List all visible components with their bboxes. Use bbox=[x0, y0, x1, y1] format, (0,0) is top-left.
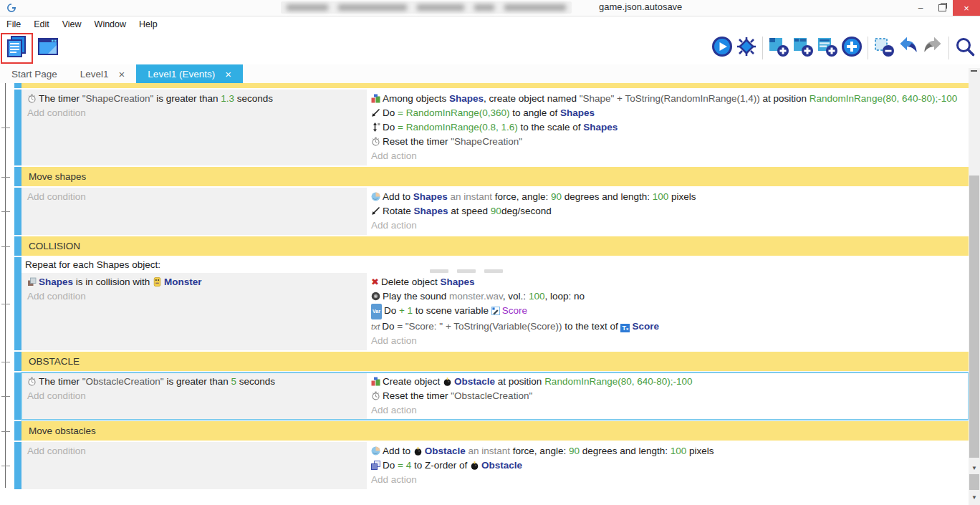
event-handle[interactable] bbox=[14, 83, 21, 88]
comment-row[interactable]: COLLISION bbox=[21, 236, 969, 256]
rotate-icon bbox=[371, 206, 380, 216]
undo-icon bbox=[898, 36, 919, 60]
event-handle[interactable] bbox=[14, 90, 21, 165]
menu-item-edit[interactable]: Edit bbox=[27, 19, 56, 29]
add-subevent-button[interactable] bbox=[791, 34, 815, 62]
comment-row[interactable]: Move shapes bbox=[21, 167, 969, 186]
scroll-up-icon[interactable] bbox=[971, 70, 977, 72]
remove-event-button[interactable] bbox=[872, 34, 896, 62]
tab-level1-events-[interactable]: Level1 (Events)× bbox=[136, 64, 243, 83]
add-action[interactable]: Add action bbox=[367, 334, 969, 348]
add-condition[interactable]: Add condition bbox=[21, 289, 367, 304]
scrollbar-thumb[interactable] bbox=[969, 175, 979, 458]
action-row[interactable]: VarDo + 1 to scene variable Score bbox=[367, 304, 969, 319]
segment: , vol.: bbox=[503, 291, 529, 302]
open-scene-editor-button[interactable] bbox=[36, 34, 60, 62]
add-condition[interactable]: Add condition bbox=[21, 389, 367, 403]
add-comment-button[interactable] bbox=[815, 34, 840, 62]
condition-row[interactable]: Shapes is in collision with Monster bbox=[21, 275, 367, 289]
action-row[interactable]: Add to Shapes an instant force, angle: 9… bbox=[367, 190, 969, 204]
debugger-button[interactable] bbox=[734, 34, 759, 62]
actions-column: Add to Shapes an instant force, angle: 9… bbox=[367, 188, 969, 235]
action-row[interactable]: Rotate Shapes at speed 90deg/second bbox=[367, 204, 969, 218]
segment: monster.wav bbox=[449, 291, 503, 302]
segment: + 1 bbox=[399, 305, 413, 316]
segment: 90 bbox=[569, 446, 580, 456]
action-row[interactable]: Do = RandomInRange(0.8, 1.6) to the scal… bbox=[367, 120, 969, 135]
force-icon bbox=[371, 192, 380, 201]
restore-button[interactable] bbox=[931, 0, 953, 16]
play-button[interactable] bbox=[710, 34, 734, 62]
obstacle-object-icon bbox=[413, 446, 423, 456]
event-handle[interactable] bbox=[14, 236, 21, 256]
condition-row[interactable]: The timer "ShapeCreation" is greater tha… bbox=[21, 92, 367, 106]
event-handle[interactable] bbox=[14, 188, 21, 235]
scrollbar-thumb-small[interactable] bbox=[969, 474, 979, 490]
action-row[interactable]: Reset the timer "ObstacleCreation" bbox=[367, 389, 969, 403]
add-action[interactable]: Add action bbox=[367, 218, 969, 233]
event-handle[interactable] bbox=[14, 167, 21, 186]
add-condition[interactable]: Add condition bbox=[21, 190, 367, 204]
tab-close-icon[interactable]: × bbox=[119, 69, 125, 80]
action-row[interactable]: ✖Delete object Shapes bbox=[367, 275, 969, 289]
add-action[interactable]: Add action bbox=[367, 403, 969, 418]
redo-button[interactable] bbox=[921, 34, 945, 62]
close-button[interactable]: × bbox=[953, 0, 980, 16]
segment: Do bbox=[383, 460, 398, 471]
action-row[interactable]: Reset the timer "ShapeCreation" bbox=[367, 135, 969, 149]
segment: to the scale of bbox=[518, 122, 584, 133]
add-event-button[interactable] bbox=[767, 34, 791, 62]
action-row[interactable]: Create object Obstacle at position Rando… bbox=[367, 375, 969, 389]
segment: The timer bbox=[39, 93, 82, 104]
scroll-down-icon[interactable]: ▼ bbox=[969, 463, 980, 472]
add-action[interactable]: Add action bbox=[367, 473, 969, 487]
minimize-button[interactable]: – bbox=[910, 0, 931, 16]
undo-button[interactable] bbox=[896, 34, 921, 62]
scale-icon bbox=[371, 122, 380, 132]
condition-row[interactable]: The timer "ObstacleCreation" is greater … bbox=[21, 375, 367, 389]
vertical-scrollbar[interactable]: ▼ ▼ bbox=[969, 68, 980, 505]
segment: Shapes bbox=[449, 93, 484, 104]
tab-start-page[interactable]: Start Page bbox=[0, 64, 69, 83]
segment: is in collision with bbox=[73, 276, 153, 287]
tab-close-icon[interactable]: × bbox=[225, 69, 231, 80]
menu-item-window[interactable]: Window bbox=[88, 19, 133, 29]
event-handle[interactable] bbox=[14, 352, 21, 371]
open-events-editor-button[interactable] bbox=[4, 34, 29, 62]
segment: to the text of bbox=[562, 321, 621, 332]
tab-level1[interactable]: Level1× bbox=[69, 64, 137, 83]
menu-item-view[interactable]: View bbox=[56, 19, 88, 29]
event-block: The timer "ObstacleCreation" is greater … bbox=[14, 372, 969, 420]
events-sheet: The timer "ShapeCreation" is greater tha… bbox=[0, 83, 969, 505]
menu-item-file[interactable]: File bbox=[0, 19, 27, 29]
menu-item-help[interactable]: Help bbox=[133, 19, 164, 29]
tab-label: Start Page bbox=[11, 69, 57, 80]
segment: Do bbox=[384, 305, 399, 316]
segment: 5 bbox=[231, 376, 236, 387]
segment: seconds bbox=[236, 376, 275, 387]
action-row[interactable]: Do = 4 to Z-order of Obstacle bbox=[367, 458, 969, 473]
action-row[interactable]: Add to Obstacle an instant force, angle:… bbox=[367, 444, 969, 458]
event-handle[interactable] bbox=[14, 421, 21, 441]
add-action[interactable]: Add action bbox=[367, 149, 969, 163]
comment-row-partial[interactable] bbox=[21, 83, 969, 88]
comment-row[interactable]: Move obstacles bbox=[21, 421, 969, 441]
segment: Shapes bbox=[583, 122, 618, 133]
add-condition[interactable]: Add condition bbox=[21, 444, 367, 458]
action-row[interactable]: txtDo = "Score: " + ToString(Variable(Sc… bbox=[367, 319, 969, 334]
comment-row[interactable]: OBSTACLE bbox=[21, 352, 969, 371]
scroll-down-icon[interactable]: ▼ bbox=[969, 493, 980, 501]
event-handle[interactable] bbox=[14, 257, 21, 350]
search-button[interactable] bbox=[953, 34, 977, 62]
add-comment-icon bbox=[817, 36, 838, 60]
segment: 100 bbox=[653, 191, 669, 202]
add-circle-button[interactable] bbox=[840, 34, 864, 62]
action-row[interactable]: Do = RandomInRange(0,360) to angle of Sh… bbox=[367, 106, 969, 120]
event-handle[interactable] bbox=[14, 442, 21, 489]
action-row[interactable]: Among objects Shapes, create object name… bbox=[367, 92, 969, 106]
segment: Add to bbox=[383, 446, 413, 456]
action-row[interactable]: Play the sound monster.wav, vol.: 100, l… bbox=[367, 289, 969, 304]
add-condition[interactable]: Add condition bbox=[21, 106, 367, 120]
event-handle[interactable] bbox=[14, 372, 21, 420]
redacted-file-path bbox=[281, 1, 572, 14]
